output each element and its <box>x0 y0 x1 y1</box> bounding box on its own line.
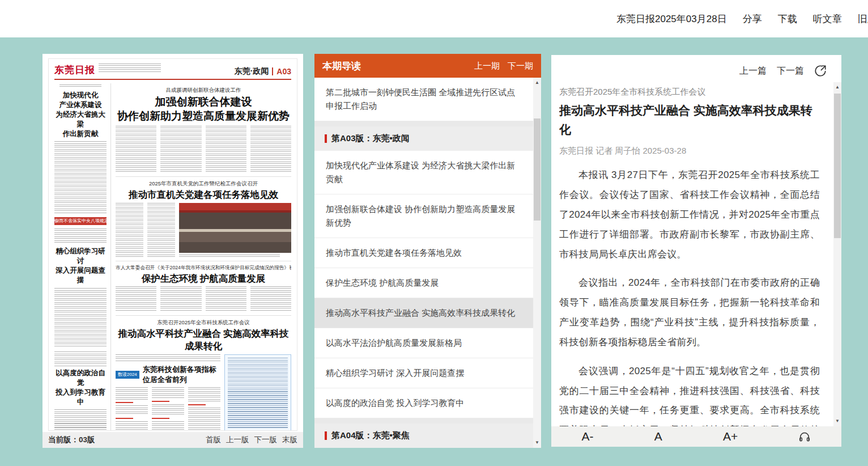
toc-item[interactable]: 保护生态环境 护航高质量发展 <box>314 268 533 298</box>
paper-body-filler <box>206 126 246 172</box>
article-kicker: 东莞召开2025年全市科技系统工作会议 <box>559 87 820 98</box>
next-article-button[interactable]: 下一篇 <box>777 65 804 77</box>
paper-article-2: 2025年市直机关党的工作暨纪检工作会议召开 推动市直机关党建各项任务落地见效 <box>116 177 291 261</box>
paper-article-3: 市人大常委会召开《关于2024年我市环境状况和环境保护目标完成情况的报告》初审座… <box>116 261 291 316</box>
headphones-icon[interactable] <box>798 430 811 443</box>
toc-list: 第二批城市一刻钟便民生活圈 全域推进先行区试点申报工作启动 第A03版：东莞•政… <box>314 78 533 448</box>
article-byline: 东莞日报 记者 周子怡 2025-03-28 <box>559 146 820 156</box>
prev-article-button[interactable]: 上一篇 <box>739 65 767 77</box>
listen-article-link[interactable]: 听文章 <box>813 12 842 26</box>
toc-item[interactable]: 推动市直机关党建各项任务落地见效 <box>314 238 533 268</box>
newspaper-masthead: 东莞日报 东莞·政闻 A03 <box>54 63 291 80</box>
reader-scrollbar-thumb[interactable] <box>834 94 841 238</box>
toc-item-selected[interactable]: 推动高水平科技产业融合 实施高效率科技成果转化 <box>314 298 533 328</box>
scroll-down-icon[interactable]: ▼ <box>533 439 541 447</box>
issue-date-label: 东莞日报2025年03月28日 <box>616 12 727 26</box>
toc-section-a03: 第A03版：东莞•政闻 <box>314 126 533 151</box>
article-paragraph: 会议指出，2024年，全市科技部门在市委市政府的正确领导下，瞄准高质量发展目标任… <box>559 273 820 352</box>
epaper-app: { "colors": { "background": "#a5d2cc", "… <box>0 0 868 466</box>
download-link[interactable]: 下载 <box>778 12 797 26</box>
scroll-up-icon[interactable]: ▲ <box>533 79 541 87</box>
top-bar-links: 东莞日报2025年03月28日 分享 下载 听文章 旧版 <box>616 0 868 37</box>
article-paragraph: 本报讯 3月27日下午，东莞召开2025年全市科技系统工作会议。会议传达了国家、… <box>559 166 820 264</box>
prev-page-button[interactable]: 上一版 <box>226 435 249 445</box>
page-section-label: 东莞·政闻 <box>235 66 269 77</box>
share-link[interactable]: 分享 <box>743 12 762 26</box>
article4-kicker: 东莞召开2025年全市科技系统工作会议 <box>116 319 291 327</box>
section-red-bar <box>325 134 327 143</box>
article3-headline: 保护生态环境 护航高质量发展 <box>116 273 291 285</box>
article2-kicker: 2025年市直机关党的工作暨纪检工作会议召开 <box>116 180 291 188</box>
paper-headline-left3: 以高度的政治自觉 投入到学习教育中 <box>54 368 107 407</box>
toc-scrollbar[interactable]: ▲ ▼ <box>533 78 541 448</box>
next-issue-button[interactable]: 下一期 <box>508 61 533 71</box>
newspaper-page-thumbnail[interactable]: 东莞日报 东莞·政闻 A03 加快现代化 产业体系建设 为经济大省挑大梁 作出新… <box>48 58 297 431</box>
article4-headline: 推动高水平科技产业融合 实施高效率科技成果转化 <box>116 328 291 352</box>
reader-nav: 上一篇 下一篇 <box>551 55 841 81</box>
policy-summary-box <box>224 354 291 431</box>
paper-body-filler <box>206 286 246 311</box>
article1-kicker: 吕成蹊调研创新联合体建设工作 <box>116 87 291 94</box>
photo-caption-filler <box>179 255 280 257</box>
paper-body-filler <box>116 126 156 172</box>
paper-body-filler <box>250 286 291 311</box>
paper-body-filler <box>54 409 107 431</box>
page-number-label: A03 <box>276 67 291 76</box>
toc-group-spacer <box>314 418 533 423</box>
paper-body-filler <box>116 286 156 311</box>
next-page-button[interactable]: 下一版 <box>254 435 278 445</box>
paper-body-filler <box>188 387 220 431</box>
page-viewer-panel: 东莞日报 东莞·政闻 A03 加快现代化 产业体系建设 为经济大省挑大梁 作出新… <box>42 54 303 448</box>
first-page-button[interactable]: 首版 <box>206 435 221 445</box>
open-share-icon[interactable] <box>814 65 827 77</box>
scroll-down-icon[interactable]: ▼ <box>833 417 841 425</box>
toc-header: 本期导读 上一期 下一期 <box>314 54 541 78</box>
paper-body-filler <box>54 288 107 347</box>
meeting-photo <box>179 203 291 253</box>
prev-issue-button[interactable]: 上一期 <box>474 61 500 71</box>
toc-title: 本期导读 <box>322 60 361 73</box>
newspaper-logo: 东莞日报 <box>54 63 95 77</box>
paper-body-filler <box>152 387 184 431</box>
paper-body-filler <box>147 203 175 257</box>
article-paragraph: 会议强调，2025年是“十四五”规划收官之年，也是贯彻党的二十届三中全会精神，推… <box>559 362 820 426</box>
paper-body-filler <box>54 351 107 366</box>
paper-headline-left2: 精心组织学习研讨 深入开展问题查摆 <box>54 247 107 285</box>
scroll-up-icon[interactable]: ▲ <box>833 83 841 91</box>
article3-kicker: 市人大常委会召开《关于2024年我市环境状况和环境保护目标完成情况的报告》初审座… <box>116 265 291 272</box>
font-larger-button[interactable]: A+ <box>723 430 738 443</box>
toc-item[interactable]: 加强创新联合体建设 协作创新助力塑造高质量发展新优势 <box>314 194 533 238</box>
paper-body-filler <box>160 126 201 172</box>
paper-left-column: 加快现代化 产业体系建设 为经济大省挑大梁 作出新贡献 锲而不舍落实中央八项规定… <box>54 83 111 431</box>
paper-body-filler <box>116 387 148 431</box>
paper-headline-left1: 加快现代化 产业体系建设 为经济大省挑大梁 作出新贡献 <box>54 91 107 138</box>
sub-article-title: 东莞科技创新各项指标位居全省前列 <box>143 365 220 385</box>
font-normal-button[interactable]: A <box>654 430 662 443</box>
toc-item[interactable]: 加快现代化产业体系建设 为经济大省挑大梁作出新贡献 <box>314 151 533 194</box>
old-version-link[interactable]: 旧版 <box>858 12 868 26</box>
last-page-button[interactable]: 末版 <box>282 435 297 445</box>
toc-item[interactable]: 精心组织学习研讨 深入开展问题查摆 <box>314 358 533 388</box>
paper-body-filler <box>116 203 143 257</box>
font-smaller-button[interactable]: A- <box>582 430 594 443</box>
article1-headline: 加强创新联合体建设 协作创新助力塑造高质量发展新优势 <box>116 95 291 123</box>
article-content: 东莞召开2025年全市科技系统工作会议 推动高水平科技产业融合 实施高效率科技成… <box>559 82 820 426</box>
toc-item[interactable]: 第二批城市一刻钟便民生活圈 全域推进先行区试点申报工作启动 <box>314 78 533 121</box>
paper-main-column: 吕成蹊调研创新联合体建设工作 加强创新联合体建设 协作创新助力塑造高质量发展新优… <box>116 83 291 431</box>
reader-toolbar: A- A A+ <box>551 426 841 447</box>
paper-body-filler <box>160 286 201 311</box>
section-red-bar <box>325 431 327 440</box>
toc-scrollbar-thumb[interactable] <box>534 118 541 221</box>
slogan-box: 锲而不舍落实中央八项规定精神 <box>54 217 107 225</box>
reader-scrollbar[interactable]: ▲ ▼ <box>833 82 841 426</box>
toc-panel: 本期导读 上一期 下一期 第二批城市一刻钟便民生活圈 全域推进先行区试点申报工作… <box>314 54 541 448</box>
paper-body-filler <box>116 354 220 362</box>
toc-item[interactable]: 以高度的政治自觉 投入到学习教育中 <box>314 388 533 418</box>
toc-section-a04: 第A04版：东莞•聚焦 <box>314 423 533 448</box>
article-title: 推动高水平科技产业融合 实施高效率科技成果转化 <box>559 101 820 139</box>
toc-item[interactable]: 以高水平法治护航高质量发展新格局 <box>314 328 533 358</box>
toc-group-spacer <box>314 121 533 126</box>
paper-kicker-small <box>59 84 101 88</box>
masthead-meta-text <box>99 63 161 73</box>
masthead-divider <box>272 67 273 75</box>
